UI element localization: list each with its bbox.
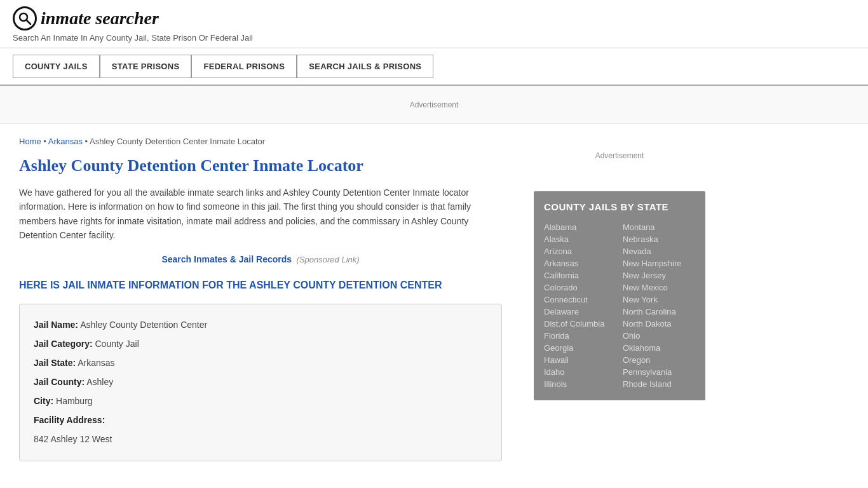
states-grid: AlabamaAlaskaArizonaArkansasCaliforniaCo… [544, 221, 695, 390]
state-link[interactable]: North Carolina [623, 306, 695, 318]
jail-state-label: Jail State: [34, 358, 76, 368]
state-link[interactable]: New York [623, 294, 695, 306]
logo-text: inmate searcher [41, 8, 159, 29]
state-link[interactable]: Pennsylvania [623, 366, 695, 378]
state-link[interactable]: Hawaii [544, 354, 616, 366]
facility-address-value: 842 Ashley 12 West [34, 434, 112, 444]
city-value: Hamburg [56, 396, 93, 406]
state-link[interactable]: North Dakota [623, 318, 695, 330]
state-link[interactable]: Rhode Island [623, 378, 695, 390]
city-label: City: [34, 396, 53, 406]
facility-address-row: Facility Address: [34, 411, 487, 429]
state-link[interactable]: Connecticut [544, 294, 616, 306]
jail-name-value-text: Ashley County Detention Center [80, 320, 207, 330]
state-link[interactable]: Montana [623, 221, 695, 233]
svg-line-1 [27, 20, 31, 24]
state-link[interactable]: Arkansas [544, 257, 616, 269]
nav-search-jails[interactable]: SEARCH JAILS & PRISONS [297, 55, 433, 78]
state-link[interactable]: Colorado [544, 281, 616, 294]
state-link[interactable]: Alaska [544, 233, 616, 245]
main-layout: Home • Arkansas • Ashley County Detentio… [0, 124, 868, 474]
content: Home • Arkansas • Ashley County Detentio… [0, 124, 521, 474]
description: We have gathered for you all the availab… [19, 186, 502, 243]
state-link[interactable]: Georgia [544, 342, 616, 354]
facility-address-value-row: 842 Ashley 12 West [34, 430, 487, 448]
state-link[interactable]: Oklahoma [623, 342, 695, 354]
state-link[interactable]: New Jersey [623, 269, 695, 281]
jail-county-value: Ashley [86, 377, 113, 387]
jail-category-row: Jail Category: County Jail [34, 335, 487, 353]
state-link[interactable]: Alabama [544, 221, 616, 233]
breadcrumb: Home • Arkansas • Ashley County Detentio… [19, 137, 502, 146]
state-link[interactable]: New Hampshire [623, 257, 695, 269]
state-link[interactable]: Ohio [623, 330, 695, 342]
states-box: COUNTY JAILS BY STATE AlabamaAlaskaArizo… [534, 191, 705, 400]
nav-federal-prisons[interactable]: FEDERAL PRISONS [191, 55, 297, 78]
page-title: Ashley County Detention Center Inmate Lo… [19, 156, 502, 175]
site-tagline: Search An Inmate In Any County Jail, Sta… [13, 33, 855, 43]
jail-county-label: Jail County: [34, 377, 85, 387]
nav-state-prisons[interactable]: STATE PRISONS [100, 55, 192, 78]
sponsored-link: Search Inmates & Jail Records (Sponsored… [19, 254, 502, 264]
sponsored-label: (Sponsored Link) [294, 255, 360, 264]
logo-area: inmate searcher [13, 6, 855, 30]
facility-address-label: Facility Address: [34, 415, 105, 425]
sponsored-link-anchor[interactable]: Search Inmates & Jail Records [161, 254, 292, 264]
sidebar-ad: Advertisement [534, 130, 705, 181]
jail-category-label: Jail Category: [34, 339, 93, 349]
jail-category-value: County Jail [95, 339, 139, 349]
jail-county-row: Jail County: Ashley [34, 373, 487, 391]
state-link[interactable]: Florida [544, 330, 616, 342]
state-link[interactable]: Nebraska [623, 233, 695, 245]
jail-name-row: Jail Name: Ashley County Detention Cente… [34, 316, 487, 334]
breadcrumb-state[interactable]: Arkansas [48, 137, 83, 146]
jail-name-label: Jail Name: [34, 320, 78, 330]
nav: COUNTY JAILS STATE PRISONS FEDERAL PRISO… [0, 48, 868, 86]
header: inmate searcher Search An Inmate In Any … [0, 0, 868, 48]
states-col-right: MontanaNebraskaNevadaNew HampshireNew Je… [623, 221, 695, 390]
jail-state-row: Jail State: Arkansas [34, 354, 487, 372]
jail-state-value: Arkansas [78, 358, 114, 368]
sidebar: Advertisement COUNTY JAILS BY STATE Alab… [521, 124, 718, 474]
states-col-left: AlabamaAlaskaArizonaArkansasCaliforniaCo… [544, 221, 616, 390]
state-link[interactable]: Oregon [623, 354, 695, 366]
section-heading: HERE IS JAIL INMATE INFORMATION FOR THE … [19, 278, 502, 292]
city-row: City: Hamburg [34, 392, 487, 410]
state-link[interactable]: Idaho [544, 366, 616, 378]
state-link[interactable]: Arizona [544, 245, 616, 257]
logo-icon [13, 6, 37, 30]
state-link[interactable]: Delaware [544, 306, 616, 318]
states-title: COUNTY JAILS BY STATE [544, 201, 695, 212]
state-link[interactable]: Dist.of Columbia [544, 318, 616, 330]
nav-county-jails[interactable]: COUNTY JAILS [13, 55, 100, 78]
state-link[interactable]: California [544, 269, 616, 281]
info-box: Jail Name: Ashley County Detention Cente… [19, 304, 502, 461]
state-link[interactable]: Nevada [623, 245, 695, 257]
breadcrumb-current: Ashley County Detention Center Inmate Lo… [90, 137, 265, 146]
ad-banner: Advertisement [0, 86, 868, 124]
state-link[interactable]: New Mexico [623, 281, 695, 294]
breadcrumb-home[interactable]: Home [19, 137, 41, 146]
state-link[interactable]: Illinois [544, 378, 616, 390]
